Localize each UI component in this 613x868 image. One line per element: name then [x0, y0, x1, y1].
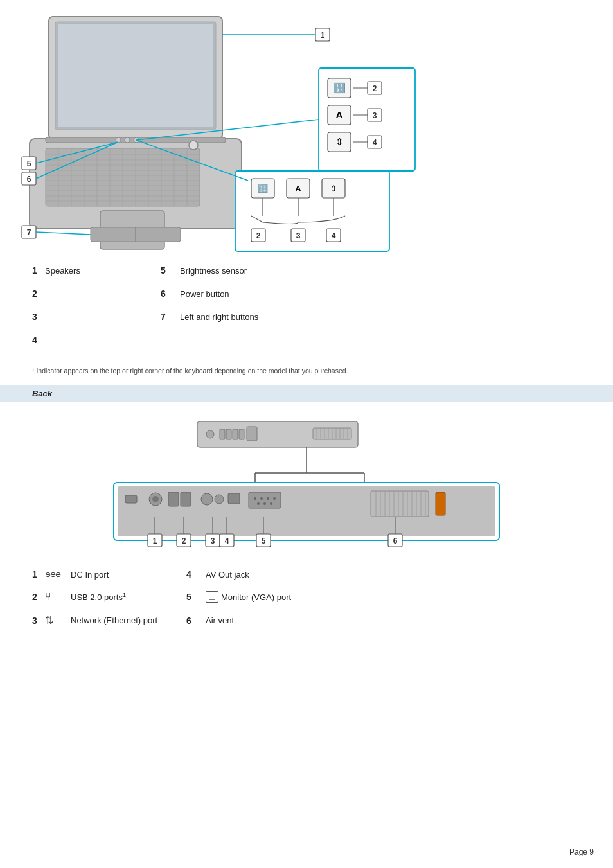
svg-point-109: [215, 495, 224, 504]
back-legend-num-2: 2: [32, 592, 45, 602]
back-legend-num-1: 1: [32, 569, 45, 580]
svg-point-33: [189, 141, 198, 150]
svg-rect-111: [249, 492, 281, 508]
svg-text:6: 6: [27, 175, 31, 184]
back-legend-num2-5: 5: [186, 592, 206, 602]
footnote: ¹ Indicator appears on the top or right …: [0, 364, 613, 380]
svg-point-30: [116, 137, 121, 143]
legend-row-3: 3 7 Left and right buttons: [32, 312, 581, 322]
back-legend-row-1: 1 ⊕⊕⊕ DC In port 4 AV Out jack: [32, 569, 581, 580]
vga-label: Monitor (VGA) port: [221, 592, 291, 602]
svg-text:5: 5: [262, 536, 266, 545]
svg-text:🔢: 🔢: [333, 82, 346, 94]
svg-point-114: [267, 497, 269, 500]
svg-text:🔢: 🔢: [258, 183, 269, 194]
dc-label: DC In port: [71, 570, 186, 580]
svg-text:⇕: ⇕: [330, 184, 337, 193]
vga-icon: □: [206, 591, 218, 603]
svg-point-115: [273, 497, 276, 500]
back-legend-num2-6: 6: [186, 616, 206, 626]
svg-line-45: [36, 232, 91, 235]
svg-text:2: 2: [373, 84, 377, 93]
legend-row-4: 4: [32, 335, 581, 345]
back-legend: 1 ⊕⊕⊕ DC In port 4 AV Out jack 2 ⑂ USB 2…: [0, 563, 613, 644]
svg-rect-85: [239, 429, 244, 439]
svg-point-118: [270, 502, 272, 505]
svg-text:3: 3: [296, 231, 301, 240]
top-legend: 1 Speakers 5 Brightness sensor 2 6 Power…: [0, 256, 613, 364]
legend-num2-5: 5: [161, 265, 180, 276]
svg-point-108: [201, 493, 213, 505]
svg-point-112: [254, 497, 256, 500]
svg-text:3: 3: [211, 536, 215, 545]
legend-label-buttons: Left and right buttons: [180, 312, 258, 322]
usb-label: USB 2.0 ports1: [71, 592, 186, 602]
legend-row-2: 2 6 Power button: [32, 288, 581, 299]
back-legend-row-2: 2 ⑂ USB 2.0 ports1 5 □ Monitor (VGA) por…: [32, 591, 581, 603]
legend-num2-7: 7: [161, 312, 180, 322]
network-label: Network (Ethernet) port: [71, 616, 186, 625]
svg-rect-110: [228, 493, 240, 504]
legend-label-speakers: Speakers: [45, 266, 161, 276]
legend-num-2: 2: [32, 288, 45, 299]
svg-rect-83: [226, 429, 231, 439]
svg-text:1: 1: [321, 31, 325, 40]
svg-rect-86: [247, 427, 257, 441]
legend-label-brightness: Brightness sensor: [180, 266, 247, 276]
svg-rect-103: [125, 495, 137, 503]
svg-point-116: [257, 502, 260, 505]
svg-rect-2: [58, 24, 213, 127]
back-diagram-svg: 1 2 3 4 5 6: [82, 415, 531, 556]
svg-text:⇕: ⇕: [335, 136, 344, 147]
legend-num2-6: 6: [161, 288, 180, 299]
svg-point-113: [260, 497, 263, 500]
top-diagram-svg: 1 5 6 7 🔢 2 A 3 ⇕: [10, 10, 603, 254]
svg-text:A: A: [295, 184, 301, 193]
svg-text:5: 5: [27, 159, 31, 168]
svg-point-105: [152, 496, 159, 502]
svg-point-81: [206, 430, 214, 438]
svg-rect-107: [181, 492, 191, 506]
svg-rect-119: [371, 491, 429, 517]
back-legend-row-3: 3 ⇅ Network (Ethernet) port 6 Air vent: [32, 614, 581, 626]
legend-num-4: 4: [32, 335, 45, 345]
page-number: Page 9: [569, 847, 594, 856]
svg-text:A: A: [336, 109, 343, 120]
network-icon: ⇅: [45, 614, 71, 626]
top-diagram-area: 1 5 6 7 🔢 2 A 3 ⇕: [0, 0, 613, 256]
back-section-header: Back: [0, 385, 613, 402]
svg-rect-82: [220, 429, 225, 439]
svg-text:2: 2: [182, 536, 186, 545]
dc-icon: ⊕⊕⊕: [45, 571, 71, 579]
svg-rect-106: [168, 492, 179, 506]
legend-num-1: 1: [32, 265, 45, 276]
svg-text:4: 4: [225, 536, 229, 545]
av-label: AV Out jack: [206, 570, 249, 580]
svg-text:7: 7: [27, 228, 31, 237]
airvent-label: Air vent: [206, 616, 234, 625]
svg-text:3: 3: [373, 111, 377, 120]
svg-text:2: 2: [256, 231, 261, 240]
svg-point-117: [263, 502, 266, 505]
usb-icon: ⑂: [45, 591, 71, 603]
legend-label-power: Power button: [180, 289, 229, 299]
svg-rect-132: [436, 492, 445, 515]
legend-row-1: 1 Speakers 5 Brightness sensor: [32, 265, 581, 276]
svg-text:4: 4: [373, 138, 377, 147]
back-diagram-area: 1 2 3 4 5 6: [0, 402, 613, 563]
svg-point-31: [125, 137, 130, 143]
svg-text:1: 1: [153, 536, 157, 545]
back-legend-num2-4: 4: [186, 569, 206, 580]
svg-text:4: 4: [332, 231, 336, 240]
back-legend-num-3: 3: [32, 616, 45, 626]
svg-rect-84: [233, 429, 238, 439]
svg-text:6: 6: [393, 536, 398, 545]
legend-num-3: 3: [32, 312, 45, 322]
